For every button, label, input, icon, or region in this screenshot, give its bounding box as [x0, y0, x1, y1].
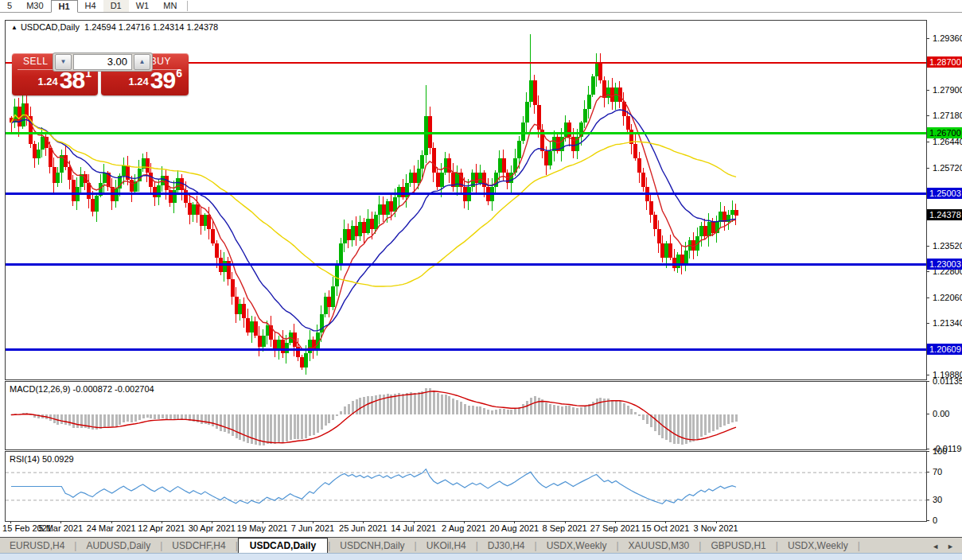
chart-tab-usdchf-h4[interactable]: USDCHF,H4 — [162, 539, 235, 554]
price-tick-mark — [926, 90, 929, 91]
volume-decrease-button[interactable]: ▼ — [55, 54, 72, 70]
sell-label: SELL — [23, 56, 48, 67]
rsi-tick-mark — [926, 500, 929, 500]
chart-tab-bar: EURUSD,H4|AUDUSD,Daily|USDCHF,H4|USDCAD,… — [0, 537, 962, 554]
buy-label: BUY — [150, 56, 171, 67]
volume-increase-button[interactable]: ▲ — [134, 54, 150, 70]
price-tick-mark — [926, 115, 929, 116]
timeframe-tab-h4[interactable]: H4 — [78, 0, 103, 12]
rsi-tick-mark — [926, 451, 929, 452]
chevron-up-icon: ▲ — [139, 58, 146, 65]
ma-line-50 — [11, 115, 736, 286]
date-label: 5 Mar 2021 — [39, 523, 84, 533]
price-badge-1.20609: 1.20609 — [927, 344, 962, 355]
tab-separator: | — [858, 540, 860, 554]
date-label: 20 Aug 2021 — [489, 523, 539, 533]
timeframe-toolbar: 5M30H1H4D1W1MN — [0, 0, 962, 13]
price-tick-label: 1.21340 — [933, 318, 962, 329]
date-label: 27 Sep 2021 — [590, 523, 640, 533]
buy-price-pip: 6 — [176, 67, 182, 80]
price-tick-label: 1.27180 — [933, 111, 962, 121]
chart-tab-eurusd-h4[interactable]: EURUSD,H4 — [0, 539, 74, 554]
price-tick-mark — [926, 298, 929, 298]
chart-tab-usdcad-daily[interactable]: USDCAD,Daily — [238, 538, 328, 554]
price-tick-mark — [926, 323, 929, 324]
date-label: 30 Apr 2021 — [189, 523, 236, 533]
collapse-panel-icon[interactable]: ▲ — [11, 24, 18, 31]
chart-tab-xauusd-m30[interactable]: XAUUSD,M30 — [619, 539, 699, 554]
timeframe-tab-d1[interactable]: D1 — [103, 0, 129, 12]
price-badge-1.28700: 1.28700 — [927, 56, 962, 68]
price-tick-label: 1.25720 — [933, 163, 962, 173]
chevron-down-icon: ▼ — [60, 58, 67, 65]
macd-tick-label: 0.01135 — [933, 376, 962, 387]
tab-scroll-left-icon[interactable]: ◄ — [932, 542, 939, 550]
price-axis: 1.293601.279001.271801.264401.257201.235… — [926, 13, 962, 538]
price-tick-mark — [926, 38, 929, 39]
price-tick-label: 1.23520 — [933, 241, 962, 251]
chart-tab-usdx-weekly[interactable]: USDX,Weekly — [778, 539, 858, 554]
date-label: 24 Mar 2021 — [87, 523, 136, 533]
one-click-trade-panel: SELL 1.24381 BUY 1.24396 ▼ 3.00 ▲ — [12, 52, 189, 96]
macd-tick-mark — [926, 449, 929, 449]
sell-price-prefix: 1.24 — [38, 76, 58, 88]
price-badge-1.26700: 1.26700 — [927, 127, 962, 138]
chart-tab-dj30-h4[interactable]: DJ30,H4 — [478, 539, 535, 554]
date-label: 12 Apr 2021 — [138, 523, 185, 533]
price-tick-mark — [926, 271, 929, 272]
macd-tick-mark — [926, 381, 929, 382]
rsi-tick-mark — [926, 520, 929, 521]
price-tick-label: 1.29360 — [933, 33, 962, 44]
price-tick-label: 1.27900 — [933, 85, 962, 95]
chart-header: ▲USDCAD,Daily 1.24594 1.24716 1.24314 1.… — [11, 22, 218, 32]
price-badge-1.24378: 1.24378 — [927, 209, 962, 220]
timeframe-tab-mn[interactable]: MN — [156, 0, 184, 12]
trading-platform-window: 5M30H1H4D1W1MN ▲USDCAD,Daily 1.24594 1.2… — [0, 0, 962, 560]
rsi-tick-label: 100 — [933, 446, 947, 457]
macd-histogram — [10, 388, 738, 445]
toolbar-separator — [187, 1, 188, 11]
rsi-tick-label: 30 — [933, 495, 942, 505]
tab-scroll-right-icon[interactable]: ► — [947, 542, 954, 550]
price-tick-mark — [926, 246, 929, 247]
date-label: 7 Jun 2021 — [291, 523, 334, 533]
price-tick-mark — [926, 375, 929, 375]
rsi-tick-label: 70 — [933, 467, 942, 477]
buy-price-prefix: 1.24 — [129, 76, 149, 88]
price-chart-panel: ▲USDCAD,Daily 1.24594 1.24716 1.24314 1.… — [5, 20, 927, 380]
macd-indicator-label: MACD(12,26,9) -0.000872 -0.002704 — [10, 384, 154, 394]
macd-tick-label: 0.00 — [933, 409, 949, 419]
chart-tab-usdx-weekly[interactable]: USDX,Weekly — [537, 539, 617, 554]
price-tick-label: 1.22060 — [933, 293, 962, 303]
price-tick-mark — [926, 142, 929, 142]
date-label: 14 Jul 2021 — [391, 523, 436, 533]
time-axis: 15 Feb 20215 Mar 202124 Mar 202112 Apr 2… — [0, 521, 926, 536]
rsi-line — [11, 469, 736, 504]
timeframe-tab-w1[interactable]: W1 — [129, 0, 157, 12]
price-badge-1.23003: 1.23003 — [927, 259, 962, 270]
chart-ohlc-values: 1.24594 1.24716 1.24314 1.24378 — [84, 22, 218, 32]
chart-tab-ukoil-h4[interactable]: UKOil,H4 — [417, 539, 476, 554]
rsi-chart-canvas[interactable] — [6, 452, 926, 521]
macd-tick-mark — [926, 414, 929, 414]
chart-tab-gbpusd-h1[interactable]: GBPUSD,H1 — [701, 539, 775, 554]
price-tick-mark — [926, 168, 929, 169]
chart-tab-audusd-daily[interactable]: AUDUSD,Daily — [76, 539, 160, 554]
buy-price-big: 39 — [150, 67, 175, 93]
date-label: 25 Jun 2021 — [339, 523, 388, 533]
chart-tab-usdcnh-daily[interactable]: USDCNH,Daily — [330, 539, 414, 554]
tab-scroll-buttons: ◄► — [932, 542, 962, 554]
timeframe-tab-h1[interactable]: H1 — [51, 0, 78, 13]
date-label: 15 Oct 2021 — [641, 523, 689, 533]
volume-input[interactable]: 3.00 — [73, 54, 132, 70]
rsi-indicator-panel: RSI(14) 50.0929 — [5, 451, 927, 522]
date-label: 3 Nov 2021 — [693, 523, 738, 533]
status-strip — [0, 553, 962, 560]
price-badge-1.25003: 1.25003 — [927, 188, 962, 199]
timeframe-tab-5[interactable]: 5 — [0, 0, 19, 12]
timeframe-tab-m30[interactable]: M30 — [19, 0, 50, 12]
date-label: 2 Aug 2021 — [442, 523, 486, 533]
volume-spinner: ▼ 3.00 ▲ — [53, 52, 153, 72]
date-label: 19 May 2021 — [237, 523, 288, 533]
rsi-tick-mark — [926, 472, 929, 472]
